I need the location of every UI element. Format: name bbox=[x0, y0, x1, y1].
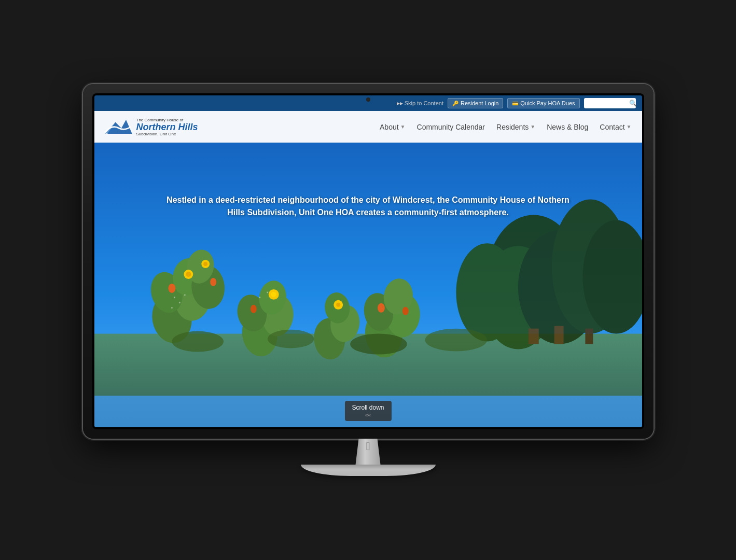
website: Skip to Content 🔑 Resident Login 💳 Quick… bbox=[94, 95, 642, 427]
login-icon: 🔑 bbox=[452, 101, 459, 106]
svg-rect-12 bbox=[585, 329, 593, 344]
svg-point-41 bbox=[377, 303, 384, 313]
hero-section: Nestled in a deed-restricted neighbourho… bbox=[94, 143, 642, 427]
about-dropdown-arrow: ▼ bbox=[400, 124, 406, 130]
scroll-chevrons-icon: «« bbox=[365, 412, 371, 418]
screen: Skip to Content 🔑 Resident Login 💳 Quick… bbox=[94, 95, 642, 427]
skip-to-content[interactable]: Skip to Content bbox=[397, 100, 443, 106]
nav-calendar-label: Community Calendar bbox=[417, 123, 485, 131]
svg-point-45 bbox=[350, 334, 407, 355]
hero-scene-svg bbox=[94, 143, 642, 396]
svg-point-20 bbox=[186, 272, 191, 277]
nav-news-label: News & Blog bbox=[547, 123, 588, 131]
quick-pay-label: Quick Pay HOA Dues bbox=[520, 100, 575, 106]
hero-headline: Nestled in a deed-restricted neighbourho… bbox=[163, 194, 574, 219]
logo-sub-text: Subdivision, Unit One bbox=[136, 132, 198, 136]
pay-icon: 💳 bbox=[512, 101, 518, 106]
site-logo[interactable]: The Community House of Northern Hills Su… bbox=[105, 115, 198, 138]
svg-point-49 bbox=[173, 297, 175, 298]
svg-point-36 bbox=[336, 303, 340, 307]
search-input[interactable] bbox=[588, 100, 627, 106]
nav-item-residents[interactable]: Residents ▼ bbox=[496, 123, 535, 131]
nav-item-community-calendar[interactable]: Community Calendar bbox=[417, 123, 485, 131]
svg-point-30 bbox=[271, 292, 276, 297]
resident-login-label: Resident Login bbox=[461, 100, 498, 106]
svg-rect-11 bbox=[554, 326, 563, 344]
svg-point-22 bbox=[203, 262, 207, 266]
hero-text: Nestled in a deed-restricted neighbourho… bbox=[163, 194, 574, 219]
logo-svg bbox=[105, 115, 133, 138]
svg-point-42 bbox=[402, 307, 408, 315]
site-header: The Community House of Northern Hills Su… bbox=[94, 111, 642, 143]
svg-point-52 bbox=[267, 291, 268, 293]
nav-contact-label: Contact bbox=[600, 123, 624, 131]
logo-text: The Community House of Northern Hills Su… bbox=[136, 118, 198, 136]
main-nav: About ▼ Community Calendar Residents ▼ bbox=[380, 123, 631, 131]
svg-point-9 bbox=[456, 243, 518, 341]
nav-item-news-blog[interactable]: News & Blog bbox=[547, 123, 588, 131]
scroll-tooltip[interactable]: Scroll down «« bbox=[344, 401, 391, 421]
residents-dropdown-arrow: ▼ bbox=[530, 124, 535, 130]
svg-point-51 bbox=[259, 297, 260, 298]
nav-about-label: About bbox=[380, 123, 399, 131]
resident-login-button[interactable]: 🔑 Resident Login bbox=[448, 98, 503, 108]
svg-point-43 bbox=[172, 331, 224, 352]
nav-residents-label: Residents bbox=[496, 123, 529, 131]
utility-bar: Skip to Content 🔑 Resident Login 💳 Quick… bbox=[94, 95, 642, 111]
svg-point-47 bbox=[171, 307, 172, 309]
svg-point-48 bbox=[178, 302, 180, 303]
svg-point-46 bbox=[425, 329, 487, 352]
scroll-label: Scroll down bbox=[352, 404, 384, 411]
monitor-wrapper: Skip to Content 🔑 Resident Login 💳 Quick… bbox=[83, 84, 654, 476]
screen-border: Skip to Content 🔑 Resident Login 💳 Quick… bbox=[92, 93, 644, 429]
search-icon[interactable]: 🔍 bbox=[629, 100, 637, 107]
nav-item-about[interactable]: About ▼ bbox=[380, 123, 406, 131]
svg-rect-10 bbox=[528, 329, 538, 344]
quick-pay-button[interactable]: 💳 Quick Pay HOA Dues bbox=[507, 98, 579, 108]
search-box: 🔍 bbox=[584, 98, 636, 108]
contact-dropdown-arrow: ▼ bbox=[627, 124, 632, 130]
svg-point-31 bbox=[250, 305, 256, 313]
svg-point-23 bbox=[168, 284, 175, 293]
svg-point-24 bbox=[210, 278, 216, 286]
svg-point-50 bbox=[184, 294, 185, 296]
monitor-stand-base bbox=[301, 465, 436, 476]
svg-point-44 bbox=[267, 330, 314, 348]
monitor-body: Skip to Content 🔑 Resident Login 💳 Quick… bbox=[83, 84, 654, 439]
apple-logo-icon:  bbox=[366, 440, 370, 453]
logo-main-name: Northern Hills bbox=[136, 122, 198, 132]
nav-item-contact[interactable]: Contact ▼ bbox=[600, 123, 631, 131]
